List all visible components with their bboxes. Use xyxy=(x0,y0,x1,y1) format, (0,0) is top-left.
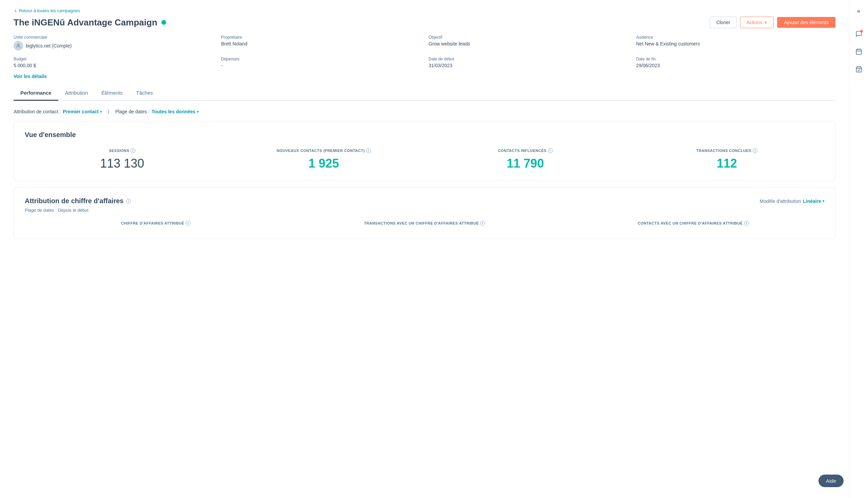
meta-business-unit-value: biglytics.net (Compte) xyxy=(14,41,213,51)
back-link-text: Retour à toutes les campagnes xyxy=(19,8,80,13)
deals-revenue-info-icon[interactable]: i xyxy=(480,221,485,226)
sessions-info-icon[interactable]: i xyxy=(131,148,135,153)
tab-tasks[interactable]: Tâches xyxy=(130,86,160,101)
tabs-bar: Performance Attribution Éléments Tâches xyxy=(14,86,836,101)
campaign-header: The iNGENū Advantage Campaign Cloner Act… xyxy=(14,17,836,28)
stat-sessions: SESSIONS i 113 130 xyxy=(25,148,220,171)
back-link[interactable]: Retour à toutes les campagnes xyxy=(14,8,836,13)
main-content: Retour à toutes les campagnes The iNGENū… xyxy=(0,0,849,498)
date-chevron: ▾ xyxy=(197,110,199,114)
meta-business-unit-label: Unité commerciale xyxy=(14,35,213,40)
collapse-icon[interactable]: « xyxy=(853,5,864,16)
campaign-title-wrap: The iNGENū Advantage Campaign xyxy=(14,17,166,28)
stat-contacts-with-revenue: CONTACTS AVEC UN CHIFFRE D'AFFAIRES ATTR… xyxy=(562,221,824,229)
revenue-title: Attribution de chiffre d'affaires xyxy=(25,197,123,205)
influenced-contacts-value: 11 790 xyxy=(428,156,623,171)
stats-grid: SESSIONS i 113 130 NOUVEAUX CONTACTS (PR… xyxy=(25,148,824,171)
influenced-contacts-info-icon[interactable]: i xyxy=(548,148,553,153)
contact-attribution-label: Attribution de contact : xyxy=(14,109,61,114)
contact-attribution-dropdown[interactable]: Premier contact ▾ xyxy=(63,109,102,114)
clone-button[interactable]: Cloner xyxy=(710,17,736,28)
meta-audience-value: Net New & Existing customers xyxy=(636,41,836,47)
overview-title: Vue d'ensemble xyxy=(25,131,824,139)
campaign-title: The iNGENū Advantage Campaign xyxy=(14,17,157,28)
stat-closed-deals: TRANSACTIONS CONCLUES i 112 xyxy=(630,148,825,171)
date-range-dropdown[interactable]: Toutes les données ▾ xyxy=(151,109,199,114)
tab-performance[interactable]: Performance xyxy=(14,86,58,101)
meta-expenses: Dépenses - xyxy=(221,57,420,68)
model-label: Modèle d'attribution Linéaire ▾ xyxy=(760,198,824,204)
attribution-chevron: ▾ xyxy=(100,110,102,114)
meta-objective-label: Objectif xyxy=(429,35,628,40)
meta-start-date-label: Date de début xyxy=(429,57,628,62)
tab-elements[interactable]: Éléments xyxy=(95,86,130,101)
revenue-date-range: Plage de dates : Depuis le début xyxy=(25,208,824,213)
revenue-title-wrap: Attribution de chiffre d'affaires i xyxy=(25,197,131,205)
revenue-attributed-info-icon[interactable]: i xyxy=(186,221,190,226)
meta-business-unit: Unité commerciale biglytics.net (Compte) xyxy=(14,35,213,51)
stat-revenue-attributed: CHIFFRE D'AFFAIRES ATTRIBUÉ i xyxy=(25,221,287,229)
notification-badge xyxy=(860,30,863,32)
meta-start-date-value: 31/03/2023 xyxy=(429,63,628,68)
meta-expenses-value: - xyxy=(221,63,420,68)
meta-owner-label: Propriétaire xyxy=(221,35,420,40)
meta-objective-value: Grow website leads xyxy=(429,41,628,47)
header-buttons: Cloner Actions ▼ Ajouter des éléments xyxy=(710,17,836,28)
stat-deals-with-revenue: TRANSACTIONS AVEC UN CHIFFRE D'AFFAIRES … xyxy=(294,221,556,229)
meta-audience: Audience Net New & Existing customers xyxy=(636,35,836,51)
new-contacts-info-icon[interactable]: i xyxy=(366,148,371,153)
revenue-stats-grid: CHIFFRE D'AFFAIRES ATTRIBUÉ i TRANSACTIO… xyxy=(25,221,824,229)
contacts-revenue-info-icon[interactable]: i xyxy=(744,221,749,226)
stat-influenced-contacts: CONTACTS INFLUENCÉS i 11 790 xyxy=(428,148,623,171)
help-button[interactable]: Aide xyxy=(818,475,844,487)
actions-button[interactable]: Actions ▼ xyxy=(740,17,774,28)
filters-row: Attribution de contact : Premier contact… xyxy=(14,109,836,114)
calendar2-icon[interactable] xyxy=(853,64,864,75)
meta-budget: Budget 5 000,00 $ xyxy=(14,57,213,68)
meta-audience-label: Audience xyxy=(636,35,836,40)
revenue-card-header: Attribution de chiffre d'affaires i Modè… xyxy=(25,197,824,205)
meta-owner: Propriétaire Brett Noland xyxy=(221,35,420,51)
meta-owner-value: Brett Noland xyxy=(221,41,420,47)
avatar xyxy=(14,41,23,51)
svg-rect-4 xyxy=(856,67,861,72)
closed-deals-info-icon[interactable]: i xyxy=(753,148,758,153)
right-sidebar: « xyxy=(849,0,868,498)
meta-objective: Objectif Grow website leads xyxy=(429,35,628,51)
closed-deals-value: 112 xyxy=(630,156,825,171)
meta-grid: Unité commerciale biglytics.net (Compte)… xyxy=(14,35,836,68)
calendar-icon[interactable] xyxy=(853,46,864,57)
actions-label: Actions xyxy=(747,20,762,25)
overview-card: Vue d'ensemble SESSIONS i 113 130 NOUVEA… xyxy=(14,121,836,181)
model-chevron: ▾ xyxy=(823,199,824,203)
status-dot xyxy=(161,20,166,25)
model-value-dropdown[interactable]: Linéaire ▾ xyxy=(803,198,824,204)
new-contacts-value: 1 925 xyxy=(227,156,422,171)
meta-end-date: Date de fin 29/06/2023 xyxy=(636,57,836,68)
meta-start-date: Date de début 31/03/2023 xyxy=(429,57,628,68)
meta-budget-label: Budget xyxy=(14,57,213,62)
actions-chevron: ▼ xyxy=(764,21,767,24)
add-elements-button[interactable]: Ajouter des éléments xyxy=(777,17,836,28)
revenue-attribution-card: Attribution de chiffre d'affaires i Modè… xyxy=(14,187,836,239)
tab-attribution[interactable]: Attribution xyxy=(58,86,95,101)
stat-new-contacts: NOUVEAUX CONTACTS (PREMIER CONTACT) i 1 … xyxy=(227,148,422,171)
revenue-info-icon[interactable]: i xyxy=(126,199,131,204)
meta-end-date-label: Date de fin xyxy=(636,57,836,62)
date-range-label: Plage de dates : xyxy=(115,109,149,114)
svg-point-8 xyxy=(18,44,19,46)
view-details-link[interactable]: Voir les détails xyxy=(14,74,47,79)
meta-end-date-value: 29/06/2023 xyxy=(636,63,836,68)
chat-icon[interactable] xyxy=(853,28,864,39)
sessions-value: 113 130 xyxy=(25,156,220,171)
svg-rect-0 xyxy=(856,49,861,54)
meta-budget-value: 5 000,00 $ xyxy=(14,63,213,68)
meta-expenses-label: Dépenses xyxy=(221,57,420,62)
